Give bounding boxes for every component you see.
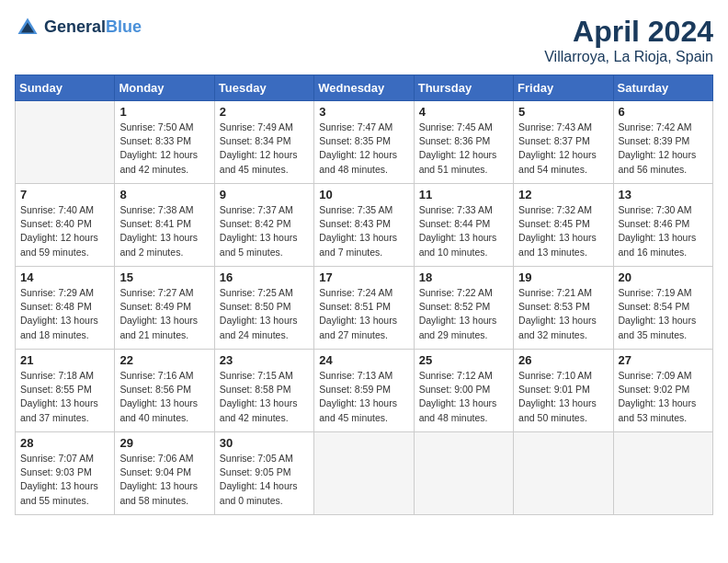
day-number: 4 xyxy=(419,105,508,119)
calendar-week-row: 7Sunrise: 7:40 AM Sunset: 8:40 PM Daylig… xyxy=(16,184,713,267)
day-info: Sunrise: 7:25 AM Sunset: 8:50 PM Dayligh… xyxy=(220,286,309,342)
day-number: 20 xyxy=(619,270,708,284)
day-number: 10 xyxy=(319,188,408,201)
weekday-header-row: SundayMondayTuesdayWednesdayThursdayFrid… xyxy=(16,75,713,101)
day-info: Sunrise: 7:47 AM Sunset: 8:35 PM Dayligh… xyxy=(319,121,408,177)
calendar-cell: 22Sunrise: 7:16 AM Sunset: 8:56 PM Dayli… xyxy=(115,350,214,432)
day-number: 5 xyxy=(518,105,608,119)
day-number: 17 xyxy=(319,270,408,284)
day-info: Sunrise: 7:45 AM Sunset: 8:36 PM Dayligh… xyxy=(419,121,508,177)
day-number: 21 xyxy=(20,353,109,367)
calendar-cell: 6Sunrise: 7:42 AM Sunset: 8:39 PM Daylig… xyxy=(613,101,712,184)
calendar-cell: 24Sunrise: 7:13 AM Sunset: 8:59 PM Dayli… xyxy=(314,350,414,432)
calendar-cell: 2Sunrise: 7:49 AM Sunset: 8:34 PM Daylig… xyxy=(214,101,313,184)
logo-text: GeneralBlue xyxy=(44,18,142,37)
calendar-cell: 19Sunrise: 7:21 AM Sunset: 8:53 PM Dayli… xyxy=(514,267,613,350)
day-number: 15 xyxy=(119,270,209,284)
day-number: 2 xyxy=(220,105,309,119)
weekday-header-cell: Tuesday xyxy=(214,75,313,101)
day-info: Sunrise: 7:35 AM Sunset: 8:43 PM Dayligh… xyxy=(319,203,408,259)
day-info: Sunrise: 7:05 AM Sunset: 9:05 PM Dayligh… xyxy=(220,452,309,508)
day-number: 19 xyxy=(518,270,608,284)
calendar-cell: 25Sunrise: 7:12 AM Sunset: 9:00 PM Dayli… xyxy=(414,350,513,432)
calendar-cell: 14Sunrise: 7:29 AM Sunset: 8:48 PM Dayli… xyxy=(16,267,115,350)
day-info: Sunrise: 7:37 AM Sunset: 8:42 PM Dayligh… xyxy=(220,203,309,259)
day-info: Sunrise: 7:09 AM Sunset: 9:02 PM Dayligh… xyxy=(619,369,708,425)
calendar-cell: 8Sunrise: 7:38 AM Sunset: 8:41 PM Daylig… xyxy=(115,184,214,267)
day-number: 6 xyxy=(619,105,708,119)
day-info: Sunrise: 7:43 AM Sunset: 8:37 PM Dayligh… xyxy=(518,121,608,177)
day-info: Sunrise: 7:07 AM Sunset: 9:03 PM Dayligh… xyxy=(20,452,109,508)
weekday-header-cell: Wednesday xyxy=(314,75,414,101)
header: GeneralBlue April 2024 Villarroya, La Ri… xyxy=(15,15,713,65)
day-info: Sunrise: 7:22 AM Sunset: 8:52 PM Dayligh… xyxy=(419,286,508,342)
day-info: Sunrise: 7:29 AM Sunset: 8:48 PM Dayligh… xyxy=(20,286,109,342)
weekday-header-cell: Sunday xyxy=(16,75,115,101)
calendar-cell: 21Sunrise: 7:18 AM Sunset: 8:55 PM Dayli… xyxy=(16,350,115,432)
calendar-cell: 1Sunrise: 7:50 AM Sunset: 8:33 PM Daylig… xyxy=(115,101,214,184)
day-number: 7 xyxy=(20,188,109,201)
day-number: 27 xyxy=(619,353,708,367)
day-number: 22 xyxy=(119,353,209,367)
day-number: 26 xyxy=(518,353,608,367)
calendar-cell: 13Sunrise: 7:30 AM Sunset: 8:46 PM Dayli… xyxy=(613,184,712,267)
calendar-cell: 3Sunrise: 7:47 AM Sunset: 8:35 PM Daylig… xyxy=(314,101,414,184)
weekday-header-cell: Friday xyxy=(514,75,613,101)
day-number: 28 xyxy=(20,436,109,450)
calendar-cell: 15Sunrise: 7:27 AM Sunset: 8:49 PM Dayli… xyxy=(115,267,214,350)
calendar-cell: 9Sunrise: 7:37 AM Sunset: 8:42 PM Daylig… xyxy=(214,184,313,267)
day-info: Sunrise: 7:24 AM Sunset: 8:51 PM Dayligh… xyxy=(319,286,408,342)
calendar-cell: 5Sunrise: 7:43 AM Sunset: 8:37 PM Daylig… xyxy=(514,101,613,184)
day-info: Sunrise: 7:42 AM Sunset: 8:39 PM Dayligh… xyxy=(619,121,708,177)
day-info: Sunrise: 7:27 AM Sunset: 8:49 PM Dayligh… xyxy=(119,286,209,342)
calendar-cell: 12Sunrise: 7:32 AM Sunset: 8:45 PM Dayli… xyxy=(514,184,613,267)
calendar-cell: 17Sunrise: 7:24 AM Sunset: 8:51 PM Dayli… xyxy=(314,267,414,350)
calendar-week-row: 28Sunrise: 7:07 AM Sunset: 9:03 PM Dayli… xyxy=(16,432,713,515)
calendar-cell xyxy=(16,101,115,184)
day-info: Sunrise: 7:50 AM Sunset: 8:33 PM Dayligh… xyxy=(119,121,209,177)
calendar-cell xyxy=(314,432,414,515)
day-info: Sunrise: 7:38 AM Sunset: 8:41 PM Dayligh… xyxy=(119,203,209,259)
day-number: 14 xyxy=(20,270,109,284)
day-number: 3 xyxy=(319,105,408,119)
day-number: 23 xyxy=(220,353,309,367)
calendar-cell: 27Sunrise: 7:09 AM Sunset: 9:02 PM Dayli… xyxy=(613,350,712,432)
day-number: 13 xyxy=(619,188,708,201)
day-info: Sunrise: 7:06 AM Sunset: 9:04 PM Dayligh… xyxy=(119,452,209,508)
day-number: 29 xyxy=(119,436,209,450)
calendar-cell: 11Sunrise: 7:33 AM Sunset: 8:44 PM Dayli… xyxy=(414,184,513,267)
day-info: Sunrise: 7:16 AM Sunset: 8:56 PM Dayligh… xyxy=(119,369,209,425)
day-info: Sunrise: 7:12 AM Sunset: 9:00 PM Dayligh… xyxy=(419,369,508,425)
calendar-cell: 16Sunrise: 7:25 AM Sunset: 8:50 PM Dayli… xyxy=(214,267,313,350)
logo-icon xyxy=(15,15,40,40)
calendar-subtitle: Villarroya, La Rioja, Spain xyxy=(544,49,713,65)
day-info: Sunrise: 7:33 AM Sunset: 8:44 PM Dayligh… xyxy=(419,203,508,259)
calendar-cell xyxy=(514,432,613,515)
calendar-cell: 18Sunrise: 7:22 AM Sunset: 8:52 PM Dayli… xyxy=(414,267,513,350)
weekday-header-cell: Thursday xyxy=(414,75,513,101)
day-info: Sunrise: 7:13 AM Sunset: 8:59 PM Dayligh… xyxy=(319,369,408,425)
calendar-week-row: 1Sunrise: 7:50 AM Sunset: 8:33 PM Daylig… xyxy=(16,101,713,184)
day-info: Sunrise: 7:32 AM Sunset: 8:45 PM Dayligh… xyxy=(518,203,608,259)
day-number: 30 xyxy=(220,436,309,450)
day-number: 18 xyxy=(419,270,508,284)
calendar-cell: 7Sunrise: 7:40 AM Sunset: 8:40 PM Daylig… xyxy=(16,184,115,267)
day-number: 25 xyxy=(419,353,508,367)
weekday-header-cell: Monday xyxy=(115,75,214,101)
calendar-cell xyxy=(613,432,712,515)
day-info: Sunrise: 7:40 AM Sunset: 8:40 PM Dayligh… xyxy=(20,203,109,259)
day-number: 9 xyxy=(220,188,309,201)
day-info: Sunrise: 7:10 AM Sunset: 9:01 PM Dayligh… xyxy=(518,369,608,425)
day-number: 8 xyxy=(119,188,209,201)
day-info: Sunrise: 7:30 AM Sunset: 8:46 PM Dayligh… xyxy=(619,203,708,259)
calendar-body: 1Sunrise: 7:50 AM Sunset: 8:33 PM Daylig… xyxy=(16,101,713,515)
calendar-cell: 4Sunrise: 7:45 AM Sunset: 8:36 PM Daylig… xyxy=(414,101,513,184)
day-number: 24 xyxy=(319,353,408,367)
day-info: Sunrise: 7:21 AM Sunset: 8:53 PM Dayligh… xyxy=(518,286,608,342)
calendar-table: SundayMondayTuesdayWednesdayThursdayFrid… xyxy=(15,75,713,515)
day-number: 12 xyxy=(518,188,608,201)
calendar-week-row: 21Sunrise: 7:18 AM Sunset: 8:55 PM Dayli… xyxy=(16,350,713,432)
day-number: 16 xyxy=(220,270,309,284)
calendar-cell: 10Sunrise: 7:35 AM Sunset: 8:43 PM Dayli… xyxy=(314,184,414,267)
calendar-cell: 30Sunrise: 7:05 AM Sunset: 9:05 PM Dayli… xyxy=(214,432,313,515)
